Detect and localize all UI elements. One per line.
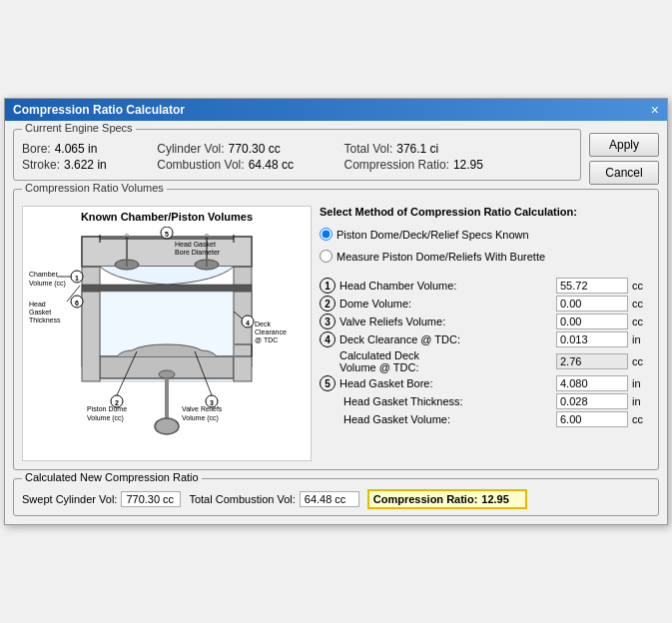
bore-value: 4.065 in (55, 142, 98, 156)
svg-text:Volume (cc): Volume (cc) (182, 414, 219, 422)
total-vol-item: Total Vol: 376.1 ci (344, 142, 522, 156)
stroke-value: 3.622 in (64, 158, 107, 172)
field-input-4[interactable] (556, 331, 628, 347)
field-label-gasket-thick: Head Gasket Thickness: (343, 395, 552, 407)
bottom-row: Swept Cylinder Vol: 770.30 cc Total Comb… (22, 489, 650, 509)
cancel-button[interactable]: Cancel (589, 161, 659, 185)
field-label-1: Head Chamber Volume: (339, 280, 552, 292)
svg-text:6: 6 (75, 300, 79, 307)
top-section: Current Engine Specs Bore: 4.065 in Cyli… (13, 129, 659, 189)
title-bar: Compression Ratio Calculator × (5, 99, 667, 121)
cylinder-vol-item: Cylinder Vol: 770.30 cc (157, 142, 332, 156)
combustion-vol-value: 64.48 cc (249, 158, 294, 172)
apply-button[interactable]: Apply (589, 133, 659, 157)
field-label-2: Dome Volume: (339, 298, 552, 310)
calc-row-1: Calculated DeckVolume @ TDC: cc (320, 349, 650, 373)
field-input-1[interactable] (556, 278, 628, 294)
field-input-2[interactable] (556, 296, 628, 312)
field-num-1: 1 (320, 278, 336, 294)
calc-label-1: Calculated DeckVolume @ TDC: (339, 349, 552, 373)
fields-section: 1 Head Chamber Volume: cc 2 Dome Volume:… (320, 278, 650, 429)
field-input-3[interactable] (556, 313, 628, 329)
field-row-3: 3 Valve Reliefs Volume: cc (320, 313, 650, 329)
cr-highlight-box: Compression Ratio: 12.95 (367, 489, 528, 509)
compression-ratio-item: Compression Ratio: 12.95 (344, 158, 522, 172)
svg-text:Piston Dome: Piston Dome (87, 405, 127, 412)
field-unit-gasket-vol: cc (632, 413, 650, 425)
method-label: Select Method of Compression Ratio Calcu… (320, 206, 650, 218)
svg-text:Chamber: Chamber (29, 271, 58, 278)
right-panel: Select Method of Compression Ratio Calcu… (320, 206, 650, 461)
calculated-cr-title: Calculated New Compression Ratio (22, 471, 202, 483)
svg-text:4: 4 (246, 319, 250, 326)
swept-vol-value: 770.30 cc (121, 491, 181, 507)
engine-specs-group: Current Engine Specs Bore: 4.065 in Cyli… (13, 129, 581, 181)
calc-unit-1: cc (632, 355, 650, 367)
svg-rect-15 (82, 292, 100, 381)
svg-text:2: 2 (115, 399, 119, 406)
svg-text:Deck: Deck (255, 320, 271, 327)
radio-label-1: Piston Dome/Deck/Relief Specs Known (336, 229, 529, 241)
cr-volumes-group: Compression Ratio Volumes Known Chamber/… (13, 189, 659, 470)
svg-rect-16 (234, 292, 252, 381)
engine-specs-title: Current Engine Specs (22, 122, 136, 134)
cr-highlight-value: 12.95 (481, 493, 521, 505)
svg-text:Head: Head (29, 301, 46, 308)
cr-volumes-inner: Known Chamber/Piston Volumes (22, 206, 650, 461)
content-area: Current Engine Specs Bore: 4.065 in Cyli… (5, 121, 667, 524)
field-num-5: 5 (320, 375, 336, 391)
field-unit-3: cc (632, 315, 650, 327)
svg-text:Bore Diameter: Bore Diameter (175, 249, 221, 256)
bore-item: Bore: 4.065 in (22, 142, 145, 156)
svg-text:1: 1 (75, 275, 79, 282)
radio-input-2[interactable] (320, 250, 333, 263)
field-unit-1: cc (632, 280, 650, 292)
diagram-title: Known Chamber/Piston Volumes (81, 211, 253, 223)
svg-rect-3 (82, 237, 252, 267)
radio-option-1[interactable]: Piston Dome/Deck/Relief Specs Known (320, 228, 650, 241)
field-row-5: 5 Head Gasket Bore: in (320, 375, 650, 391)
field-input-gasket-vol[interactable] (556, 411, 628, 427)
field-input-5[interactable] (556, 375, 628, 391)
total-combustion-label: Total Combustion Vol: (189, 493, 295, 505)
field-unit-4: in (632, 333, 650, 345)
radio-input-1[interactable] (320, 228, 333, 241)
svg-text:Volume (cc): Volume (cc) (87, 414, 124, 422)
svg-text:Head Gasket: Head Gasket (175, 241, 216, 248)
field-label-4: Deck Clearance @ TDC: (339, 333, 552, 345)
field-label-gasket-vol: Head Gasket Volume: (343, 413, 552, 425)
total-vol-label: Total Vol: (344, 142, 393, 156)
compression-ratio-value: 12.95 (453, 158, 483, 172)
svg-text:Valve Reliefs: Valve Reliefs (182, 405, 223, 412)
stroke-item: Stroke: 3.622 in (22, 158, 145, 172)
field-input-gasket-thick[interactable] (556, 393, 628, 409)
diagram-img: 5 Head Gasket Bore Diameter Chamber Volu… (27, 227, 307, 456)
close-button[interactable]: × (651, 103, 659, 117)
field-row-gasket-thick: Head Gasket Thickness: in (320, 393, 650, 409)
swept-vol-field: Swept Cylinder Vol: 770.30 cc (22, 491, 181, 507)
svg-text:Thickness: Thickness (29, 316, 61, 323)
radio-label-2: Measure Piston Dome/Reliefs With Burette (336, 251, 545, 263)
combustion-vol-label: Combustion Vol: (157, 158, 244, 172)
window-title: Compression Ratio Calculator (13, 103, 185, 117)
svg-text:Gasket: Gasket (29, 309, 51, 315)
svg-text:3: 3 (210, 399, 214, 406)
action-buttons: Apply Cancel (589, 129, 659, 189)
specs-grid: Bore: 4.065 in Cylinder Vol: 770.30 cc T… (22, 142, 572, 172)
calc-input-1 (556, 353, 628, 369)
field-row-1: 1 Head Chamber Volume: cc (320, 278, 650, 294)
diagram-area: Known Chamber/Piston Volumes (22, 206, 312, 461)
calculated-cr-section: Calculated New Compression Ratio Swept C… (13, 478, 659, 516)
field-unit-2: cc (632, 298, 650, 310)
svg-point-12 (159, 370, 175, 378)
bore-label: Bore: (22, 142, 51, 156)
svg-rect-9 (82, 285, 252, 292)
field-row-2: 2 Dome Volume: cc (320, 296, 650, 312)
field-label-5: Head Gasket Bore: (339, 377, 552, 389)
svg-point-14 (155, 418, 179, 434)
radio-option-2[interactable]: Measure Piston Dome/Reliefs With Burette (320, 250, 650, 263)
cr-highlight-label: Compression Ratio: (373, 493, 478, 505)
field-unit-5: in (632, 377, 650, 389)
main-window: Compression Ratio Calculator × Current E… (4, 98, 668, 525)
field-num-3: 3 (320, 313, 336, 329)
